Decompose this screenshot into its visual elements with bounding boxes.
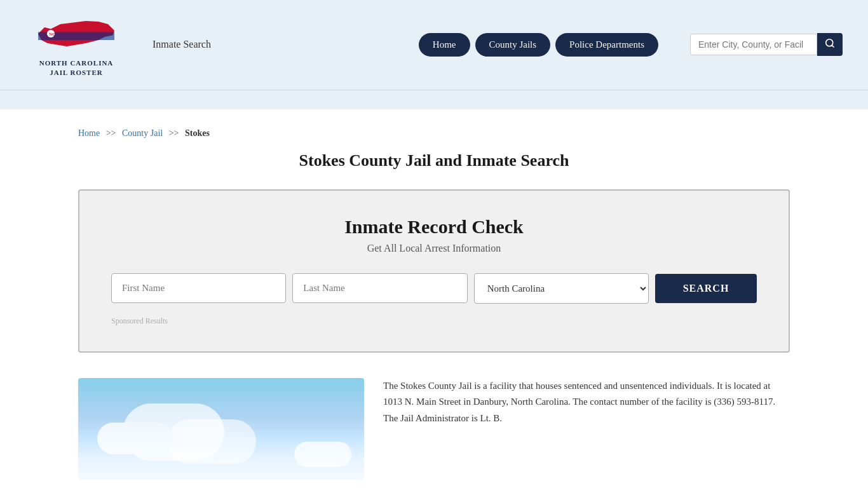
state-select[interactable]: AlabamaAlaskaArizonaArkansasCaliforniaCo… [474, 273, 649, 304]
header-search-input[interactable] [690, 34, 817, 55]
logo-area: NC NORTH CAROLINA JAIL ROSTER [25, 11, 127, 78]
inmate-search-link[interactable]: Inmate Search [153, 39, 211, 50]
logo-image: NC [35, 11, 118, 56]
breadcrumb-home[interactable]: Home [78, 128, 100, 138]
breadcrumb-county-jail[interactable]: County Jail [122, 128, 163, 138]
inmate-search-submit-button[interactable]: SEARCH [655, 274, 757, 303]
record-check-box: Inmate Record Check Get All Local Arrest… [78, 189, 790, 353]
main-nav: Home County Jails Police Departments [419, 33, 658, 57]
page-title: Stokes County Jail and Inmate Search [78, 151, 790, 170]
breadcrumb-sep2: >> [169, 128, 179, 138]
record-check-title: Inmate Record Check [111, 216, 757, 238]
breadcrumb: Home >> County Jail >> Stokes [78, 128, 790, 139]
first-name-input[interactable] [111, 273, 286, 303]
breadcrumb-current: Stokes [185, 128, 210, 138]
police-departments-nav-button[interactable]: Police Departments [555, 33, 658, 57]
county-jails-nav-button[interactable]: County Jails [475, 33, 551, 57]
nc-flag-nc: NC [49, 32, 55, 37]
facility-description: The Stokes County Jail is a facility tha… [383, 378, 790, 427]
nc-state-logo-svg: NC [35, 11, 118, 56]
last-name-input[interactable] [292, 273, 467, 303]
subheader-spacer [0, 90, 868, 109]
search-icon [825, 38, 835, 48]
record-check-subtitle: Get All Local Arrest Information [111, 243, 757, 254]
main-content: Home >> County Jail >> Stokes Stokes Cou… [53, 109, 815, 488]
logo-text: NORTH CAROLINA JAIL ROSTER [39, 58, 114, 78]
sponsored-label: Sponsored Results [111, 316, 757, 326]
inmate-search-form: AlabamaAlaskaArizonaArkansasCaliforniaCo… [111, 273, 757, 304]
breadcrumb-sep1: >> [106, 128, 116, 138]
header-search-area [690, 33, 843, 56]
site-header: NC NORTH CAROLINA JAIL ROSTER Inmate Sea… [0, 0, 868, 90]
header-search-button[interactable] [817, 33, 843, 56]
home-nav-button[interactable]: Home [419, 33, 470, 57]
facility-image [78, 378, 364, 480]
bottom-section: The Stokes County Jail is a facility tha… [78, 378, 790, 480]
